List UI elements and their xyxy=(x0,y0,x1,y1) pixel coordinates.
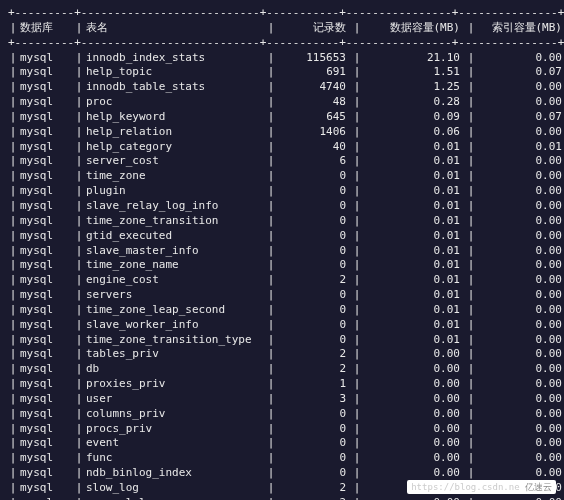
cell-database: mysql xyxy=(18,244,74,259)
cell-database: mysql xyxy=(18,392,74,407)
watermark-brand: 亿速云 xyxy=(525,482,552,492)
table-row: |mysql|help_category|40|0.01|0.01| xyxy=(8,140,564,155)
cell-database: mysql xyxy=(18,377,74,392)
table-row: |mysql|servers|0|0.01|0.00| xyxy=(8,288,564,303)
pipe: | xyxy=(466,318,476,333)
cell-index-mb: 0.00 xyxy=(476,199,564,214)
cell-records: 645 xyxy=(276,110,352,125)
cell-table: time_zone_transition xyxy=(84,214,266,229)
pipe: | xyxy=(266,258,276,273)
table-row: |mysql|slave_worker_info|0|0.01|0.00| xyxy=(8,318,564,333)
pipe: | xyxy=(266,244,276,259)
pipe: | xyxy=(74,451,84,466)
pipe: | xyxy=(266,481,276,496)
pipe: | xyxy=(74,422,84,437)
col-database: 数据库 xyxy=(18,21,74,36)
table-row: |mysql|user|3|0.00|0.00| xyxy=(8,392,564,407)
cell-index-mb: 0.00 xyxy=(476,422,564,437)
cell-database: mysql xyxy=(18,169,74,184)
pipe: | xyxy=(466,229,476,244)
pipe: | xyxy=(8,362,18,377)
col-index-mb: 索引容量(MB) xyxy=(476,21,564,36)
cell-database: mysql xyxy=(18,436,74,451)
pipe: | xyxy=(8,422,18,437)
table-row: |mysql|innodb_table_stats|4740|1.25|0.00… xyxy=(8,80,564,95)
result-table-body: |mysql|innodb_index_stats|115653|21.10|0… xyxy=(8,51,564,500)
cell-index-mb: 0.00 xyxy=(476,466,564,481)
cell-data-mb: 0.01 xyxy=(362,273,466,288)
pipe: | xyxy=(8,110,18,125)
pipe: | xyxy=(352,140,362,155)
cell-records: 40 xyxy=(276,140,352,155)
table-row: |mysql|slave_relay_log_info|0|0.01|0.00| xyxy=(8,199,564,214)
pipe: | xyxy=(466,169,476,184)
cell-database: mysql xyxy=(18,333,74,348)
cell-index-mb: 0.00 xyxy=(476,377,564,392)
pipe: | xyxy=(266,451,276,466)
cell-database: mysql xyxy=(18,362,74,377)
cell-table: general_log xyxy=(84,496,266,500)
pipe: | xyxy=(352,229,362,244)
pipe: | xyxy=(8,65,18,80)
cell-index-mb: 0.00 xyxy=(476,407,564,422)
cell-records: 0 xyxy=(276,169,352,184)
pipe: | xyxy=(8,80,18,95)
cell-index-mb: 0.00 xyxy=(476,318,564,333)
cell-data-mb: 1.25 xyxy=(362,80,466,95)
pipe: | xyxy=(266,318,276,333)
cell-table: slow_log xyxy=(84,481,266,496)
cell-table: engine_cost xyxy=(84,273,266,288)
pipe: | xyxy=(8,140,18,155)
cell-data-mb: 0.01 xyxy=(362,244,466,259)
cell-records: 0 xyxy=(276,333,352,348)
pipe: | xyxy=(74,95,84,110)
border-mid: +---------+---------------------------+-… xyxy=(8,36,556,51)
col-data-mb: 数据容量(MB) xyxy=(362,21,466,36)
cell-data-mb: 0.00 xyxy=(362,496,466,500)
cell-index-mb: 0.00 xyxy=(476,244,564,259)
pipe: | xyxy=(466,199,476,214)
cell-data-mb: 0.06 xyxy=(362,125,466,140)
cell-database: mysql xyxy=(18,140,74,155)
pipe: | xyxy=(74,21,84,36)
pipe: | xyxy=(74,199,84,214)
pipe: | xyxy=(266,422,276,437)
pipe: | xyxy=(8,347,18,362)
pipe: | xyxy=(466,273,476,288)
cell-records: 0 xyxy=(276,436,352,451)
pipe: | xyxy=(352,451,362,466)
pipe: | xyxy=(466,392,476,407)
pipe: | xyxy=(8,229,18,244)
pipe: | xyxy=(266,169,276,184)
cell-data-mb: 0.00 xyxy=(362,392,466,407)
pipe: | xyxy=(266,21,276,36)
table-row: |mysql|ndb_binlog_index|0|0.00|0.00| xyxy=(8,466,564,481)
cell-data-mb: 0.00 xyxy=(362,362,466,377)
pipe: | xyxy=(466,184,476,199)
cell-database: mysql xyxy=(18,288,74,303)
pipe: | xyxy=(74,125,84,140)
pipe: | xyxy=(466,466,476,481)
pipe: | xyxy=(266,51,276,66)
cell-data-mb: 0.01 xyxy=(362,333,466,348)
pipe: | xyxy=(8,303,18,318)
pipe: | xyxy=(466,140,476,155)
cell-records: 0 xyxy=(276,288,352,303)
pipe: | xyxy=(8,214,18,229)
pipe: | xyxy=(8,496,18,500)
cell-database: mysql xyxy=(18,125,74,140)
pipe: | xyxy=(466,377,476,392)
pipe: | xyxy=(266,154,276,169)
cell-database: mysql xyxy=(18,303,74,318)
pipe: | xyxy=(352,80,362,95)
cell-records: 3 xyxy=(276,392,352,407)
cell-table: plugin xyxy=(84,184,266,199)
pipe: | xyxy=(466,214,476,229)
pipe: | xyxy=(74,80,84,95)
pipe: | xyxy=(352,21,362,36)
cell-index-mb: 0.00 xyxy=(476,288,564,303)
cell-records: 2 xyxy=(276,362,352,377)
pipe: | xyxy=(74,65,84,80)
pipe: | xyxy=(352,184,362,199)
cell-database: mysql xyxy=(18,347,74,362)
